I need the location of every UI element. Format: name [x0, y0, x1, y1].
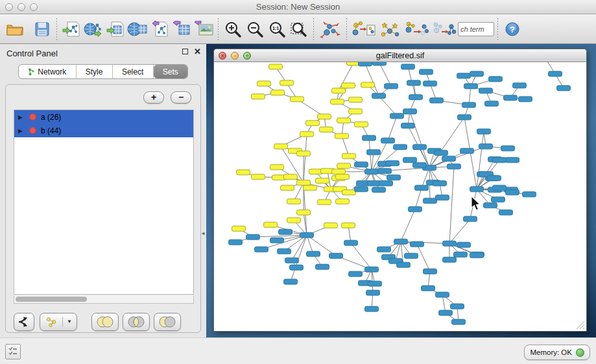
graph-node[interactable] [504, 95, 518, 100]
graph-node[interactable] [372, 187, 386, 192]
graph-node[interactable] [229, 240, 243, 245]
tab-sets[interactable]: Sets [154, 65, 188, 78]
graph-node[interactable] [329, 253, 343, 258]
graph-node[interactable] [470, 253, 484, 258]
graph-node[interactable] [479, 144, 493, 149]
graph-node[interactable] [519, 97, 532, 102]
graph-node[interactable] [493, 157, 507, 163]
minimize-window-button[interactable] [18, 3, 25, 11]
graph-node[interactable] [413, 144, 427, 150]
graph-node[interactable] [523, 192, 536, 197]
graph-node[interactable] [443, 241, 457, 246]
graph-node[interactable] [457, 242, 471, 247]
graph-node[interactable] [342, 83, 355, 88]
graph-node[interactable] [274, 144, 288, 149]
graph-node[interactable] [367, 150, 381, 155]
graph-node[interactable] [411, 242, 424, 247]
graph-node[interactable] [342, 223, 355, 228]
graph-node[interactable] [390, 113, 404, 119]
graph-node[interactable] [307, 251, 320, 256]
graph-node[interactable] [291, 97, 304, 102]
import-table-web-button[interactable] [126, 17, 149, 41]
deselect-all-button[interactable] [431, 17, 458, 41]
graph-node[interactable] [232, 226, 246, 231]
graph-node[interactable] [349, 271, 363, 277]
graph-node[interactable] [366, 290, 380, 295]
graph-node[interactable] [401, 64, 415, 69]
graph-node[interactable] [407, 80, 421, 85]
graph-node[interactable] [387, 175, 401, 180]
graph-node[interactable] [349, 97, 363, 102]
graph-node[interactable] [499, 210, 513, 215]
graph-node[interactable] [385, 84, 398, 89]
graph-node[interactable] [355, 162, 368, 167]
graph-node[interactable] [324, 223, 338, 228]
task-history-button[interactable] [5, 344, 21, 359]
graph-node[interactable] [252, 174, 265, 179]
graph-node[interactable] [269, 64, 283, 69]
graph-node[interactable] [306, 120, 320, 126]
difference-sets-button[interactable] [154, 313, 181, 331]
graph-node[interactable] [454, 252, 468, 257]
hide-selected-button[interactable] [403, 17, 431, 41]
graph-node[interactable] [300, 233, 314, 238]
new-network-from-selection-button[interactable] [350, 17, 377, 41]
graph-node[interactable] [278, 249, 291, 254]
network-view-window[interactable]: × − + galFiltered.sif [213, 49, 587, 332]
graph-node[interactable] [549, 71, 562, 76]
graph-node[interactable] [365, 267, 379, 272]
graph-node[interactable] [349, 109, 363, 114]
set-list-item[interactable]: ▶ a (26) [14, 110, 193, 124]
help-button[interactable]: ? [501, 17, 523, 41]
graph-node[interactable] [287, 199, 301, 204]
graph-node[interactable] [394, 144, 407, 150]
graph-node[interactable] [372, 93, 386, 98]
graph-node[interactable] [336, 199, 350, 204]
graph-node[interactable] [337, 118, 351, 123]
graph-node[interactable] [439, 310, 453, 315]
graph-node[interactable] [443, 257, 457, 262]
graph-node[interactable] [557, 85, 571, 91]
graph-node[interactable] [355, 187, 368, 192]
graph-node[interactable] [436, 292, 449, 297]
graph-node[interactable] [462, 102, 476, 108]
graph-node[interactable] [359, 62, 372, 66]
graph-node[interactable] [405, 253, 418, 258]
union-sets-button[interactable] [91, 313, 119, 331]
graph-node[interactable] [363, 135, 376, 141]
graph-node[interactable] [423, 269, 437, 274]
graph-node[interactable] [246, 234, 260, 240]
graph-node[interactable] [484, 203, 497, 208]
graph-node[interactable] [403, 109, 417, 114]
graph-node[interactable] [284, 174, 298, 179]
graph-node[interactable] [297, 180, 311, 185]
graph-node[interactable] [423, 81, 437, 86]
tab-select[interactable]: Select [113, 65, 154, 78]
export-network-button[interactable] [149, 17, 171, 41]
graph-node[interactable] [297, 210, 311, 215]
graph-node[interactable] [318, 199, 331, 205]
graph-node[interactable] [332, 88, 346, 93]
graph-node[interactable] [355, 122, 368, 127]
graph-node[interactable] [430, 98, 444, 103]
export-image-button[interactable] [193, 17, 215, 41]
network-window-titlebar[interactable]: × − + galFiltered.sif [214, 49, 586, 62]
graph-node[interactable] [300, 131, 314, 137]
graph-node[interactable] [271, 90, 285, 95]
zoom-selected-region-button[interactable] [288, 17, 310, 41]
graph-node[interactable] [488, 176, 501, 181]
graph-node[interactable] [442, 156, 456, 161]
graph-node[interactable] [257, 81, 271, 86]
tab-style[interactable]: Style [77, 65, 113, 78]
graph-node[interactable] [270, 238, 284, 243]
import-table-file-button[interactable] [104, 17, 126, 41]
graph-node[interactable] [279, 229, 292, 234]
minimize-view-button[interactable]: − [231, 52, 239, 60]
graph-node[interactable] [435, 150, 448, 155]
zoom-out-button[interactable] [244, 17, 266, 41]
graph-node[interactable] [506, 190, 519, 195]
graph-node[interactable] [368, 281, 382, 286]
memory-status-button[interactable]: Memory: OK [524, 345, 590, 360]
close-view-button[interactable]: × [219, 52, 226, 60]
graph-node[interactable] [513, 83, 527, 88]
